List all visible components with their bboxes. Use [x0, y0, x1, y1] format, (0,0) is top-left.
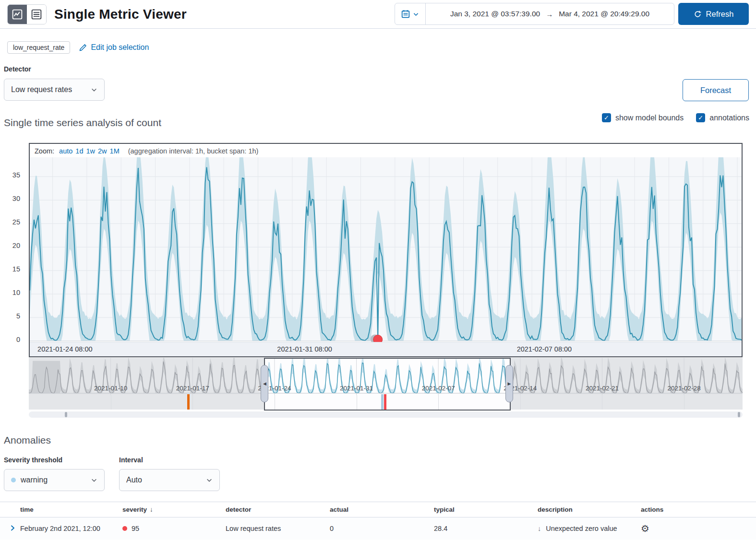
refresh-icon — [694, 10, 702, 18]
column-header-actual[interactable]: actual — [330, 502, 434, 517]
column-header-actions[interactable]: actions — [641, 502, 756, 517]
focus-y-axis: 05101520253035 — [0, 156, 25, 343]
header-left: Single Metric Viewer — [7, 4, 187, 24]
detector-select[interactable]: Low request rates — [4, 79, 105, 101]
y-tick-label: 15 — [12, 265, 20, 273]
y-tick-label: 35 — [12, 171, 20, 179]
detector-value: Low request rates — [11, 85, 72, 94]
column-header-typical[interactable]: typical — [434, 502, 538, 517]
cell-detector: Low request rates — [226, 517, 330, 540]
calendar-dropdown-button[interactable] — [395, 3, 426, 24]
zoom-1M-link[interactable]: 1M — [110, 147, 120, 155]
column-header-severity[interactable]: severity↓ — [122, 502, 226, 517]
scrollbar-right-handle[interactable] — [738, 412, 740, 417]
swimlane-segment — [29, 395, 265, 410]
date-range-values: Jan 3, 2021 @ 03:57:39.00 → Mar 4, 2021 … — [426, 10, 674, 18]
pencil-icon — [79, 44, 87, 52]
view-toggle-group — [7, 4, 47, 24]
refresh-label: Refresh — [706, 10, 734, 19]
swimlane-gridline — [275, 395, 275, 410]
cell-typical: 28.4 — [434, 517, 538, 540]
svg-text:2021-01-31: 2021-01-31 — [340, 385, 373, 392]
table-view-button[interactable] — [27, 5, 46, 24]
chevron-down-icon — [91, 477, 97, 483]
brush-left-handle[interactable]: ◀ — [261, 365, 268, 402]
brush-right-handle[interactable]: ▶ — [505, 365, 513, 402]
cell-actions: ⚙ — [641, 517, 756, 540]
expand-row-button[interactable] — [0, 517, 20, 540]
start-date-button[interactable]: Jan 3, 2021 @ 03:57:39.00 — [450, 10, 540, 18]
context-scrollbar[interactable] — [29, 411, 743, 418]
chart-view-button[interactable] — [8, 5, 27, 24]
chevron-down-icon — [206, 477, 213, 483]
swimlane-gridline — [520, 395, 521, 410]
context-chart: 2021-01-102021-01-172021-01-242021-01-31… — [29, 358, 743, 419]
svg-text:2021-01-17: 2021-01-17 — [176, 385, 209, 392]
column-header-detector[interactable]: detector — [226, 502, 330, 517]
sort-desc-icon: ↓ — [150, 506, 153, 513]
aggregation-note: (aggregation interval: 1h, bucket span: … — [128, 147, 259, 155]
focus-chart: Zoom: auto 1d 1w 2w 1M (aggregation inte… — [29, 143, 743, 357]
gear-icon[interactable]: ⚙ — [641, 523, 649, 534]
x-tick-label: 2021-02-07 08:00 — [504, 345, 585, 353]
focus-time-series-plot[interactable] — [30, 157, 742, 342]
zoom-1w-link[interactable]: 1w — [86, 147, 95, 155]
swimlane-gridline — [684, 395, 684, 410]
scrollbar-left-handle[interactable] — [65, 412, 67, 417]
zoom-1d-link[interactable]: 1d — [75, 147, 83, 155]
chevron-down-icon — [413, 11, 419, 17]
swimlane-gridline — [602, 395, 602, 410]
y-tick-label: 20 — [12, 242, 20, 249]
edit-job-selection-link[interactable]: Edit job selection — [79, 43, 149, 52]
series-heading: Single time series analysis of count — [4, 117, 161, 129]
column-header-time[interactable]: time — [20, 502, 122, 517]
annotation-tick — [381, 394, 384, 410]
refresh-button[interactable]: Refresh — [678, 3, 749, 25]
forecast-button[interactable]: Forecast — [683, 79, 749, 101]
swimlane-gridline — [357, 395, 357, 410]
severity-threshold-select[interactable]: warning — [4, 469, 105, 491]
swimlane-gridline — [192, 395, 193, 410]
chevron-right-icon — [9, 524, 16, 532]
cell-actual: 0 — [330, 517, 434, 540]
zoom-2w-link[interactable]: 2w — [98, 147, 107, 155]
single-metric-viewer-page: Single Metric Viewer Jan 3, 2021 @ 03:57… — [0, 0, 756, 540]
line-chart-icon — [12, 9, 23, 20]
anomaly-swimlane[interactable] — [29, 395, 743, 410]
interval-select[interactable]: Auto — [119, 469, 220, 491]
y-tick-label: 10 — [12, 289, 20, 296]
swimlane-gridline — [111, 395, 111, 410]
severity-threshold-value: warning — [21, 476, 48, 484]
zoom-controls: Zoom: auto 1d 1w 2w 1M (aggregation inte… — [30, 144, 742, 157]
table-header-row: time severity↓ detector actual typical d… — [0, 502, 756, 517]
page-title: Single Metric Viewer — [54, 7, 187, 22]
svg-text:2021-02-07: 2021-02-07 — [422, 385, 455, 392]
annotations-label: annotations — [709, 114, 749, 122]
swimlane-segment — [265, 395, 509, 410]
checkbox-checked-icon: ✓ — [696, 113, 705, 122]
svg-text:2021-02-28: 2021-02-28 — [668, 385, 701, 392]
column-header-description[interactable]: description — [538, 502, 641, 517]
zoom-label: Zoom: — [35, 147, 54, 155]
chart-options: ✓ show model bounds ✓ annotations — [602, 113, 749, 122]
anomalies-table: time severity↓ detector actual typical d… — [0, 502, 756, 540]
warning-severity-dot — [11, 478, 16, 482]
warning-anomaly-tick — [187, 394, 190, 410]
end-date-button[interactable]: Mar 4, 2021 @ 20:49:29.00 — [559, 10, 649, 18]
show-model-bounds-checkbox[interactable]: ✓ show model bounds — [602, 113, 684, 122]
expand-column-header — [0, 502, 20, 517]
svg-text:2021-02-21: 2021-02-21 — [586, 385, 619, 392]
chevron-down-icon — [91, 86, 97, 93]
interval-label: Interval — [119, 456, 143, 464]
job-badge: low_request_rate — [7, 41, 70, 54]
svg-text:2021-01-10: 2021-01-10 — [94, 385, 127, 392]
context-time-series-plot[interactable]: 2021-01-102021-01-172021-01-242021-01-31… — [29, 358, 743, 395]
table-icon — [31, 9, 42, 20]
zoom-auto-link[interactable]: auto — [59, 147, 72, 155]
show-model-bounds-label: show model bounds — [615, 114, 684, 122]
table-row: February 2nd 2021, 12:00 95 Low request … — [0, 517, 756, 540]
date-range-picker[interactable]: Jan 3, 2021 @ 03:57:39.00 → Mar 4, 2021 … — [395, 3, 674, 25]
range-arrow-icon: → — [546, 10, 553, 18]
x-tick-label: 2021-01-24 08:00 — [24, 345, 106, 353]
annotations-checkbox[interactable]: ✓ annotations — [696, 113, 749, 122]
